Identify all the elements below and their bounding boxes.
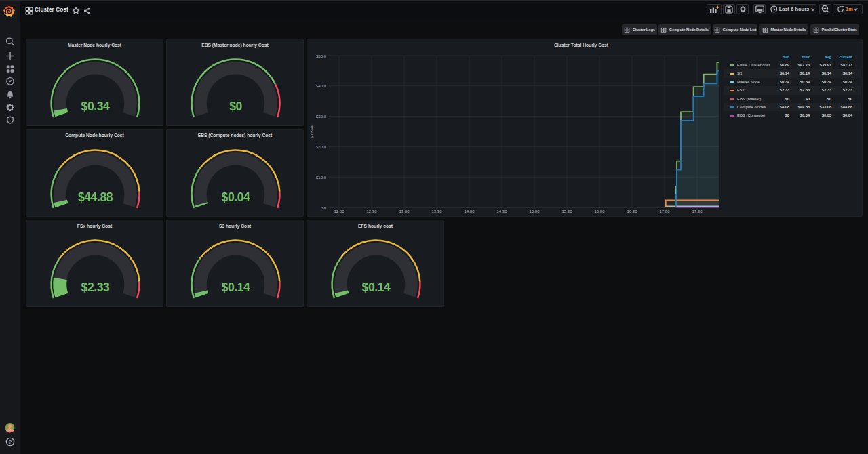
svg-text:$ / hour: $ / hour (310, 125, 314, 138)
svg-text:$0.04: $0.04 (222, 190, 250, 204)
svg-text:13:30: 13:30 (431, 209, 442, 213)
svg-text:15:30: 15:30 (561, 209, 572, 213)
svg-text:$44.88: $44.88 (78, 190, 113, 204)
svg-text:$0.14: $0.14 (362, 281, 391, 294)
svg-text:?: ? (9, 439, 12, 445)
svg-text:$10.0: $10.0 (316, 176, 327, 180)
svg-text:17:00: 17:00 (659, 209, 670, 213)
svg-text:$0: $0 (321, 206, 326, 210)
svg-text:14:30: 14:30 (496, 209, 507, 213)
svg-text:$0.34: $0.34 (81, 100, 110, 113)
svg-text:14:00: 14:00 (464, 209, 475, 213)
svg-text:16:30: 16:30 (627, 209, 637, 213)
svg-text:$0.14: $0.14 (222, 281, 250, 294)
svg-text:$2.33: $2.33 (81, 281, 110, 294)
svg-text:$30.0: $30.0 (316, 115, 327, 119)
svg-text:$50.0: $50.0 (316, 54, 327, 58)
svg-text:12:30: 12:30 (366, 209, 377, 213)
svg-text:$40.0: $40.0 (316, 84, 327, 88)
svg-text:13:00: 13:00 (399, 209, 410, 213)
svg-text:16:00: 16:00 (594, 209, 605, 213)
svg-text:$20.0: $20.0 (316, 145, 327, 149)
svg-text:$0: $0 (229, 100, 242, 113)
svg-text:12:00: 12:00 (334, 209, 344, 213)
svg-text:17:30: 17:30 (692, 209, 703, 213)
svg-text:15:00: 15:00 (529, 209, 540, 213)
